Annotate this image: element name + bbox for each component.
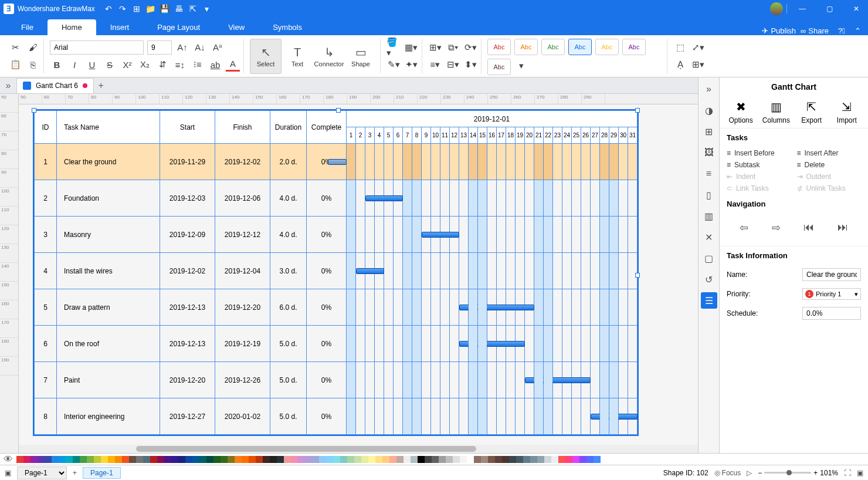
superscript-icon[interactable]: X² — [120, 58, 134, 72]
fullscreen-icon[interactable]: ▣ — [857, 469, 863, 477]
gantt-chart[interactable]: IDTask NameStartFinishDurationComplete20… — [33, 109, 639, 436]
tab-symbols[interactable]: Symbols — [259, 19, 316, 35]
size-icon[interactable]: ⬍▾ — [463, 58, 477, 72]
tab-home[interactable]: Home — [48, 19, 96, 35]
crop-icon[interactable]: ⬚ — [673, 40, 687, 55]
task-action-insert-before[interactable]: ≡Insert Before — [727, 149, 791, 157]
color-swatch[interactable] — [284, 456, 291, 463]
style-swatch[interactable]: Abc — [595, 39, 619, 55]
align-left-icon[interactable]: ≡▾ — [428, 58, 442, 72]
color-swatch[interactable] — [108, 456, 115, 463]
rail-theme-icon[interactable]: ◑ — [701, 102, 717, 119]
zoom-control[interactable]: − + 101% — [758, 469, 838, 477]
rail-present-icon[interactable]: ▢ — [701, 250, 717, 266]
rail-history-icon[interactable]: ↺ — [701, 271, 717, 288]
color-swatch[interactable] — [432, 456, 439, 463]
color-swatch[interactable] — [270, 456, 277, 463]
tab-insert[interactable]: Insert — [96, 19, 144, 35]
style-swatch[interactable]: Abc — [487, 59, 511, 75]
redo-icon[interactable]: ↷ — [116, 2, 129, 15]
color-swatch[interactable] — [66, 456, 73, 463]
undo-icon[interactable]: ↶ — [102, 2, 115, 15]
color-swatch[interactable] — [38, 456, 45, 463]
color-swatch[interactable] — [185, 456, 192, 463]
print-icon[interactable]: 🖶 — [172, 2, 185, 15]
bold-icon[interactable]: B — [50, 58, 64, 72]
color-swatch[interactable] — [59, 456, 66, 463]
color-swatch[interactable] — [586, 456, 594, 463]
rail-shuffle-icon[interactable]: ✕ — [701, 229, 717, 245]
color-swatch[interactable] — [361, 456, 368, 463]
schedule-input[interactable] — [802, 307, 861, 320]
color-swatch[interactable] — [368, 456, 375, 463]
format-painter-icon[interactable]: 🖌 — [26, 40, 40, 55]
replace-icon[interactable]: Ạ — [673, 58, 687, 72]
color-swatch[interactable] — [516, 456, 523, 463]
zoom-out-icon[interactable]: − — [758, 469, 762, 477]
color-swatch[interactable] — [382, 456, 389, 463]
color-swatch[interactable] — [446, 456, 453, 463]
color-swatch[interactable] — [228, 456, 235, 463]
color-swatch[interactable] — [544, 456, 551, 463]
columns-button[interactable]: ▥Columns — [760, 100, 792, 124]
nav-next-icon[interactable]: ⇨ — [772, 221, 781, 234]
color-swatch[interactable] — [530, 456, 537, 463]
color-swatch[interactable] — [143, 456, 150, 463]
color-swatch[interactable] — [213, 456, 221, 463]
color-swatch[interactable] — [319, 456, 326, 463]
subscript-icon[interactable]: X₂ — [138, 58, 152, 72]
text-tool[interactable]: TText — [282, 39, 313, 74]
export-icon[interactable]: ⇱ — [187, 2, 199, 15]
color-swatch[interactable] — [537, 456, 544, 463]
publish-button[interactable]: ✈ Publish — [762, 26, 796, 35]
zoom-in-icon[interactable]: + — [813, 469, 818, 477]
color-swatch[interactable] — [354, 456, 361, 463]
qat-more-icon[interactable]: ▾ — [201, 2, 213, 15]
font-family-select[interactable] — [50, 40, 144, 55]
color-swatch[interactable] — [101, 456, 108, 463]
line-style-icon[interactable]: ✎▾ — [386, 58, 401, 72]
share-button[interactable]: ∞ Share — [801, 26, 829, 35]
color-swatch[interactable] — [579, 456, 586, 463]
style-swatch[interactable]: Abc — [514, 39, 538, 55]
copy-icon[interactable]: ⎘ — [26, 58, 40, 72]
open-icon[interactable]: 📁 — [144, 2, 157, 15]
nav-first-icon[interactable]: ⏮ — [803, 221, 814, 234]
collapse-ribbon-icon[interactable]: ⌃ — [855, 26, 861, 35]
color-swatch[interactable] — [389, 456, 396, 463]
distribute2-icon[interactable]: ⊞▾ — [691, 58, 705, 72]
color-swatch[interactable] — [467, 456, 474, 463]
add-page-icon[interactable]: + — [73, 469, 77, 477]
color-swatch[interactable] — [481, 456, 488, 463]
color-swatch[interactable] — [340, 456, 347, 463]
color-swatch[interactable] — [87, 456, 94, 463]
color-swatch[interactable] — [122, 456, 129, 463]
color-swatch[interactable] — [52, 456, 59, 463]
page-tab[interactable]: Page-1 — [83, 467, 121, 479]
color-swatch[interactable] — [291, 456, 298, 463]
color-swatch[interactable] — [73, 456, 80, 463]
color-swatch[interactable] — [523, 456, 530, 463]
color-swatch[interactable] — [164, 456, 171, 463]
page-select[interactable]: Page-1 — [17, 467, 67, 479]
tabstrip-left-icon[interactable]: » — [0, 80, 16, 91]
gantt-bar[interactable] — [328, 159, 347, 165]
selection-handle[interactable] — [32, 108, 36, 113]
color-swatch[interactable] — [199, 456, 206, 463]
color-swatch[interactable] — [333, 456, 340, 463]
fill-bucket-icon[interactable]: 🪣▾ — [386, 40, 401, 55]
cut-icon[interactable]: ✂ — [8, 40, 22, 55]
style-swatch[interactable]: Abc — [622, 39, 646, 55]
minimize-icon[interactable]: — — [791, 0, 814, 18]
font-color-icon[interactable]: A — [226, 58, 240, 72]
pages-icon[interactable]: ▣ — [5, 469, 11, 477]
priority-select[interactable]: 1Priority 1▾ — [802, 288, 861, 300]
color-swatch[interactable] — [495, 456, 502, 463]
color-swatch[interactable] — [375, 456, 382, 463]
tab-view[interactable]: View — [214, 19, 259, 35]
name-input[interactable] — [802, 268, 861, 281]
rail-page-icon[interactable]: ▯ — [701, 187, 717, 203]
color-swatch[interactable] — [425, 456, 432, 463]
rail-stats-icon[interactable]: ▥ — [701, 208, 717, 224]
color-swatch[interactable] — [171, 456, 178, 463]
